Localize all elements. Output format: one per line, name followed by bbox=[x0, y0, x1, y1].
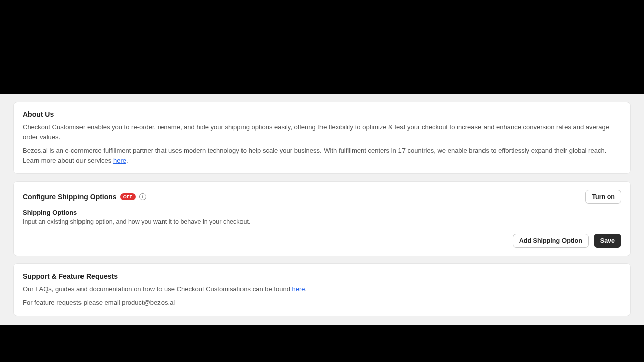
info-icon[interactable]: i bbox=[139, 193, 146, 200]
support-paragraph-1: Our FAQs, guides and documentation on ho… bbox=[23, 284, 621, 294]
support-paragraph-2: For feature requests please email produc… bbox=[23, 298, 621, 308]
configure-title: Configure Shipping Options bbox=[23, 193, 117, 201]
support-p1-prefix: Our FAQs, guides and documentation on ho… bbox=[23, 285, 292, 293]
status-badge-off: OFF bbox=[120, 193, 136, 200]
configure-title-group: Configure Shipping Options OFF i bbox=[23, 193, 146, 201]
top-black-bar bbox=[0, 0, 644, 94]
shipping-options-description: Input an existing shipping option, and h… bbox=[23, 218, 621, 227]
turn-on-button[interactable]: Turn on bbox=[585, 190, 621, 204]
about-us-card: About Us Checkout Customiser enables you… bbox=[13, 102, 631, 174]
configure-action-row: Add Shipping Option Save bbox=[23, 234, 621, 248]
about-us-p2-suffix: . bbox=[126, 157, 128, 164]
support-card: Support & Feature Requests Our FAQs, gui… bbox=[13, 263, 631, 316]
add-shipping-option-button[interactable]: Add Shipping Option bbox=[513, 234, 589, 248]
bottom-black-bar bbox=[0, 325, 644, 363]
about-us-here-link[interactable]: here bbox=[113, 157, 126, 164]
about-us-p2-prefix: Bezos.ai is an e-commerce fulfillment pa… bbox=[23, 147, 606, 164]
about-us-heading: About Us bbox=[23, 110, 621, 118]
shipping-options-subheading: Shipping Options bbox=[23, 209, 621, 216]
support-p1-suffix: . bbox=[305, 285, 307, 293]
content-area: About Us Checkout Customiser enables you… bbox=[0, 94, 644, 325]
about-us-paragraph-1: Checkout Customiser enables you to re-or… bbox=[23, 122, 621, 142]
configure-shipping-card: Configure Shipping Options OFF i Turn on… bbox=[13, 181, 631, 256]
support-here-link[interactable]: here bbox=[292, 285, 305, 293]
configure-header-row: Configure Shipping Options OFF i Turn on bbox=[23, 190, 621, 204]
support-heading: Support & Feature Requests bbox=[23, 272, 621, 280]
about-us-paragraph-2: Bezos.ai is an e-commerce fulfillment pa… bbox=[23, 146, 621, 165]
save-button[interactable]: Save bbox=[594, 234, 621, 248]
